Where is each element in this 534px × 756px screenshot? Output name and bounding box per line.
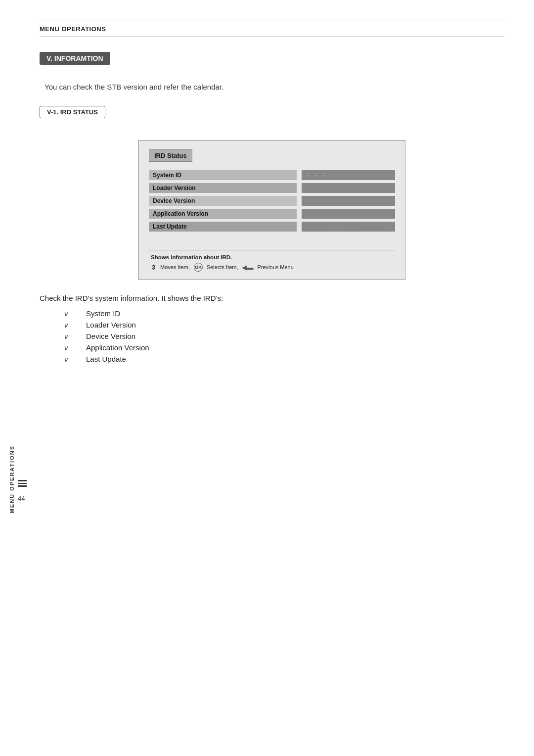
arrow-icon: ⇕: [151, 264, 156, 271]
ird-row-value: - - - - - -: [302, 183, 395, 193]
section-v1-badge: V-1. IRD STATUS: [40, 106, 105, 118]
bullet-marker: v: [64, 309, 71, 318]
bullet-marker: v: [64, 332, 71, 340]
table-row: Application Version - - - - - - - -: [149, 207, 395, 220]
bullet-text: Device Version: [86, 332, 135, 340]
ird-row-label: Last Update: [149, 222, 297, 232]
sidebar-lines: [18, 480, 27, 487]
ird-row-value: - - - - - - - -: [302, 196, 395, 206]
bullet-list: vSystem IDvLoader VersionvDevice Version…: [40, 309, 504, 363]
ird-footer: Shows information about IRD. ⇕ Moves Ite…: [149, 250, 395, 272]
ok-icon: OK: [194, 263, 203, 272]
moves-item-label: Moves Item,: [160, 264, 190, 270]
ird-row-value: - - -: [302, 170, 395, 180]
table-row: System ID - - -: [149, 169, 395, 182]
ird-row-value: - - - - - - - -: [302, 209, 395, 219]
bullet-text: System ID: [86, 309, 120, 318]
header-section: MENU OPERATIONS: [40, 20, 504, 37]
ird-row-label: System ID: [149, 170, 297, 180]
bullet-text: Last Update: [86, 355, 126, 363]
bullet-text: Application Version: [86, 343, 149, 352]
list-item: vApplication Version: [64, 343, 504, 352]
section-v-badge: V. INFORAMTION: [40, 52, 110, 65]
ird-screen-title: IRD Status: [149, 149, 192, 162]
page-number: 44: [18, 495, 25, 502]
table-row: Device Version - - - - - - - -: [149, 194, 395, 207]
sidebar-label: MENU OPERATIONS: [9, 445, 15, 513]
bullet-marker: v: [64, 355, 71, 363]
ird-table: System ID - - - Loader Version - - - - -…: [149, 169, 395, 233]
list-item: vDevice Version: [64, 332, 504, 340]
bullet-text: Loader Version: [86, 321, 136, 329]
ird-row-value: - - - - - - - - - -: [302, 222, 395, 232]
ird-footer-controls: ⇕ Moves Item, OK Selects Item, ◀▬ Previo…: [149, 263, 395, 272]
selects-item-label: Selects Item,: [207, 264, 238, 270]
ird-row-label: Loader Version: [149, 183, 297, 193]
ird-row-label: Application Version: [149, 209, 297, 219]
table-row: Loader Version - - - - - -: [149, 182, 395, 194]
bullet-marker: v: [64, 321, 71, 329]
ird-row-label: Device Version: [149, 196, 297, 206]
ird-status-screen: IRD Status System ID - - - Loader Versio…: [138, 140, 405, 280]
list-item: vLoader Version: [64, 321, 504, 329]
list-item: vSystem ID: [64, 309, 504, 318]
ird-footer-info: Shows information about IRD.: [149, 254, 395, 260]
back-icon: ◀▬: [242, 264, 253, 271]
previous-menu-label: Previous Menu: [257, 264, 293, 270]
bullet-marker: v: [64, 343, 71, 352]
table-row: Last Update - - - - - - - - - -: [149, 220, 395, 233]
header-title: MENU OPERATIONS: [40, 25, 106, 33]
list-item: vLast Update: [64, 355, 504, 363]
intro-text: You can check the STB version and refer …: [40, 83, 504, 91]
body-description: Check the IRD’s system information. It s…: [40, 294, 504, 302]
